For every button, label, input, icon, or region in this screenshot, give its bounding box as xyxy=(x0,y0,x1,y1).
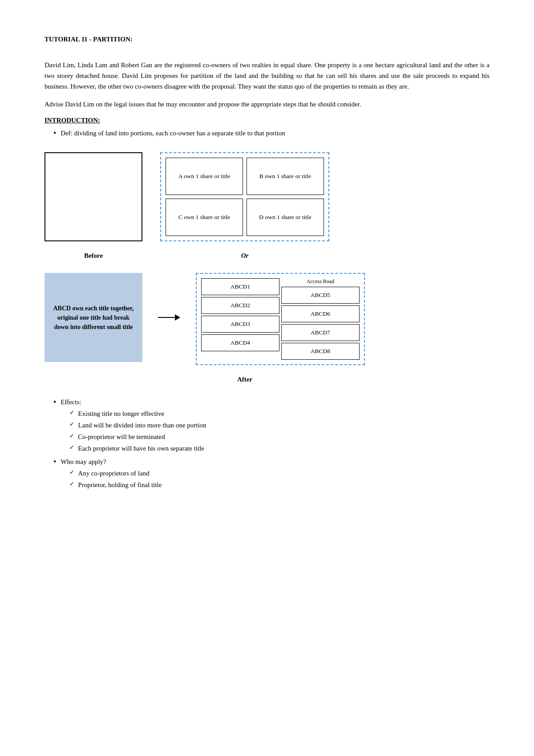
effects-bullet-dot: • xyxy=(53,397,56,408)
effects-sub-list: ✓ Existing title no longer effective ✓ L… xyxy=(69,408,206,454)
effects-content: Effects: ✓ Existing title no longer effe… xyxy=(61,397,206,455)
abcd8-cell: ABCD8 xyxy=(281,343,360,360)
abcd3-cell: ABCD3 xyxy=(201,316,279,333)
effect-text-4: Each proprietor will have his own separa… xyxy=(78,443,204,454)
svg-marker-1 xyxy=(175,314,180,321)
abcd4-cell: ABCD4 xyxy=(201,334,279,351)
who-content: Who may apply? ✓ Any co-proprietors of l… xyxy=(61,456,162,491)
def-bullet-text: Def: dividing of land into portions, eac… xyxy=(61,128,285,138)
right-column: Access Road ABCD5 ABCD6 ABCD7 ABCD8 xyxy=(281,278,360,359)
grid-cell-c: C own 1 share or title xyxy=(166,199,243,236)
effect-item-1: ✓ Existing title no longer effective xyxy=(69,408,206,419)
diagram-top-labels: Before Or xyxy=(44,252,490,260)
intro-bullet-list: • Def: dividing of land into portions, e… xyxy=(53,128,490,139)
diagram-top-row: A own 1 share or title B own 1 share or … xyxy=(44,152,490,241)
effect-item-4: ✓ Each proprietor will have his own sepa… xyxy=(69,443,206,454)
access-road-label: Access Road xyxy=(281,278,360,285)
abcd2-cell: ABCD2 xyxy=(201,297,279,314)
who-bullet-dot: • xyxy=(53,456,56,467)
abcd-box-text: ABCD own each title together, original o… xyxy=(52,304,135,332)
effects-bullet-list: • Effects: ✓ Existing title no longer ef… xyxy=(53,397,490,491)
label-before: Before xyxy=(44,252,142,260)
grid-cell-a: A own 1 share or title xyxy=(166,158,243,195)
check-icon-who-1: ✓ xyxy=(69,468,74,477)
def-bullet-item: • Def: dividing of land into portions, e… xyxy=(53,128,490,139)
label-or: Or xyxy=(160,252,329,260)
label-after: After xyxy=(237,376,252,383)
left-column: ABCD1 ABCD2 ABCD3 ABCD4 xyxy=(201,278,279,359)
dashed-grid-top: A own 1 share or title B own 1 share or … xyxy=(160,152,329,241)
who-item-2: ✓ Proprietor, holding of final title xyxy=(69,480,162,490)
abcd-box: ABCD own each title together, original o… xyxy=(44,273,142,362)
after-label-row: After xyxy=(44,376,490,383)
abcd1-cell: ABCD1 xyxy=(201,278,279,295)
who-text-1: Any co-proprietors of land xyxy=(78,468,149,479)
abcd5-cell: ABCD5 xyxy=(281,287,360,304)
check-icon-1: ✓ xyxy=(69,408,74,418)
abcd7-cell: ABCD7 xyxy=(281,324,360,341)
grid-cell-d: D own 1 share or title xyxy=(247,199,324,236)
advise-paragraph: Advise David Lim on the legal issues tha… xyxy=(44,99,490,110)
effect-item-2: ✓ Land will be divided into more than on… xyxy=(69,420,206,431)
who-heading: Who may apply? xyxy=(61,458,106,465)
who-bullet-item: • Who may apply? ✓ Any co-proprietors of… xyxy=(53,456,490,491)
grid-cell-b: B own 1 share or title xyxy=(247,158,324,195)
abcd6-cell: ABCD6 xyxy=(281,305,360,322)
check-icon-4: ✓ xyxy=(69,443,74,452)
effect-text-3: Co-proprietor will be terminated xyxy=(78,431,165,442)
before-box xyxy=(44,152,142,241)
check-icon-3: ✓ xyxy=(69,431,74,441)
page-title: TUTORIAL 11 - PARTITION: xyxy=(44,36,490,43)
bullet-dot: • xyxy=(53,128,56,139)
effect-item-3: ✓ Co-proprietor will be terminated xyxy=(69,431,206,442)
arrow-container xyxy=(160,273,178,362)
effect-text-1: Existing title no longer effective xyxy=(78,408,164,419)
dashed-grid-bottom: ABCD1 ABCD2 ABCD3 ABCD4 Access Road ABCD… xyxy=(196,273,365,365)
diagram-section: A own 1 share or title B own 1 share or … xyxy=(44,152,490,383)
effects-bullet-item: • Effects: ✓ Existing title no longer ef… xyxy=(53,397,490,455)
who-item-1: ✓ Any co-proprietors of land xyxy=(69,468,162,479)
arrow-icon xyxy=(158,311,180,324)
check-icon-2: ✓ xyxy=(69,420,74,429)
effect-text-2: Land will be divided into more than one … xyxy=(78,420,206,431)
intro-heading: INTRODUCTION: xyxy=(44,117,490,124)
intro-paragraph: David Lim, Linda Lam and Robert Gan are … xyxy=(44,60,490,92)
effects-heading: Effects: xyxy=(61,398,81,406)
label-after-wrapper: After xyxy=(160,376,329,383)
check-icon-who-2: ✓ xyxy=(69,480,74,489)
who-text-2: Proprietor, holding of final title xyxy=(78,480,162,490)
who-sub-list: ✓ Any co-proprietors of land ✓ Proprieto… xyxy=(69,468,162,490)
diagram-bottom-row: ABCD own each title together, original o… xyxy=(44,273,490,365)
